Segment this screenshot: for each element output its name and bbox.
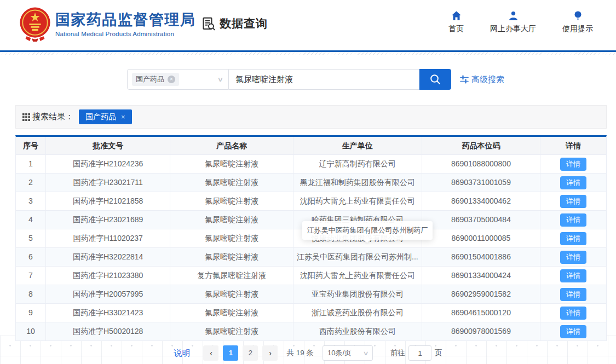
advanced-search-label: 高级搜索 xyxy=(471,74,504,85)
result-filter-tag[interactable]: 国产药品 × xyxy=(79,109,132,124)
total-count: 共 19 条 xyxy=(286,348,314,358)
manufacturer-name: 沈阳药大雷允上药业有限责任公司 xyxy=(293,192,422,211)
page-size-select[interactable]: 10条/页 ∨ xyxy=(323,345,373,361)
product-name: 氟尿嘧啶注射液 xyxy=(170,174,293,192)
approval-number: 国药准字H21024236 xyxy=(46,155,171,174)
col-header-detail: 详情 xyxy=(540,137,606,155)
detail-cell: 详情 xyxy=(540,229,606,248)
product-name: 氟尿嘧啶注射液 xyxy=(170,155,293,174)
detail-button[interactable]: 详情 xyxy=(560,213,586,227)
row-index: 1 xyxy=(16,155,46,174)
row-index: 3 xyxy=(16,192,46,211)
goto-page: 前往 页 xyxy=(390,345,442,361)
page-button-1[interactable]: 1 xyxy=(223,345,238,361)
col-header-drug-code: 药品本位码 xyxy=(422,137,541,155)
prev-page-button[interactable]: ‹ xyxy=(203,345,218,361)
detail-button[interactable]: 详情 xyxy=(560,307,586,320)
manufacturer-name: 沈阳药大雷允上药业有限责任公司 xyxy=(293,267,422,285)
manufacturer-name: 浙江诚意药业股份有限公司 xyxy=(293,304,422,322)
approval-number: 国药准字H32022814 xyxy=(46,248,171,267)
top-nav: 首页 网上办事大厅 使用提示 xyxy=(448,11,593,34)
bulb-icon xyxy=(573,11,583,21)
detail-button[interactable]: 详情 xyxy=(560,288,586,301)
detail-button[interactable]: 详情 xyxy=(560,325,586,338)
detail-cell: 详情 xyxy=(540,285,606,304)
nav-item-home[interactable]: 首页 xyxy=(448,11,464,34)
manufacturer-tooltip: 江苏吴中医药集团有限公司苏州制药厂 xyxy=(302,221,433,240)
nav-item-label: 使用提示 xyxy=(562,24,593,34)
nav-item-usage-tips[interactable]: 使用提示 xyxy=(562,11,593,34)
row-index: 2 xyxy=(16,174,46,192)
row-index: 6 xyxy=(16,248,46,267)
hatch-strip xyxy=(0,52,616,55)
product-name: 氟尿嘧啶注射液 xyxy=(170,211,293,229)
approval-number: 国药准字H20057995 xyxy=(46,285,171,304)
chevron-down-icon: ∨ xyxy=(217,76,223,83)
product-name: 氟尿嘧啶注射液 xyxy=(170,229,293,248)
row-index: 8 xyxy=(16,285,46,304)
nav-item-label: 网上办事大厅 xyxy=(490,24,536,34)
goto-page-input[interactable] xyxy=(408,345,431,361)
drug-code: 86900011000085 xyxy=(422,229,541,248)
detail-button[interactable]: 详情 xyxy=(560,232,586,245)
results-bar: 搜索结果： 国产药品 × xyxy=(15,105,607,129)
search-input[interactable] xyxy=(229,69,419,90)
detail-button[interactable]: 详情 xyxy=(560,269,586,282)
next-page-button[interactable]: › xyxy=(262,345,278,361)
col-header-manufacturer: 生产单位 xyxy=(293,137,422,155)
table-row: 6国药准字H32022814氟尿嘧啶注射液江苏吴中医药集团有限公司苏州制...8… xyxy=(16,248,606,267)
result-tag-close-icon[interactable]: × xyxy=(121,113,125,121)
detail-button[interactable]: 详情 xyxy=(560,195,586,208)
app-title: 数据查询 xyxy=(202,16,268,31)
goto-label: 前往 xyxy=(390,348,405,358)
nav-item-service-hall[interactable]: 网上办事大厅 xyxy=(490,11,536,34)
approval-number: 国药准字H21023380 xyxy=(46,267,171,285)
results-label: 搜索结果： xyxy=(22,112,73,122)
approval-number: 国药准字H11020237 xyxy=(46,229,171,248)
product-name: 复方氟尿嘧啶注射液 xyxy=(170,267,293,285)
advanced-search-link[interactable]: 高级搜索 xyxy=(460,74,504,85)
data-query-icon xyxy=(202,16,216,31)
detail-cell: 详情 xyxy=(540,248,606,267)
approval-number: 国药准字H23021711 xyxy=(46,174,171,192)
org-name-zh: 国家药品监督管理局 xyxy=(55,11,196,28)
detail-button[interactable]: 详情 xyxy=(560,176,586,189)
approval-number: 国药准字H33021423 xyxy=(46,304,171,322)
org-name-en: National Medical Products Administration xyxy=(55,31,196,37)
approval-number: 国药准字H50020128 xyxy=(46,322,171,341)
drug-code: 86902959001582 xyxy=(422,285,541,304)
search-button[interactable] xyxy=(419,69,451,90)
tooltip-text: 江苏吴中医药集团有限公司苏州制药厂 xyxy=(307,226,428,234)
category-tag-label: 国产药品 xyxy=(136,74,164,84)
product-name: 氟尿嘧啶注射液 xyxy=(170,192,293,211)
drug-code: 86903731001059 xyxy=(422,174,541,192)
product-name: 氟尿嘧啶注射液 xyxy=(170,285,293,304)
table-row: 2国药准字H23021711氟尿嘧啶注射液黑龙江福和制药集团股份有限公司8690… xyxy=(16,174,606,192)
row-index: 5 xyxy=(16,229,46,248)
pagination: 说明 ‹ 1 2 › 共 19 条 10条/页 ∨ 前往 页 xyxy=(0,345,616,361)
drug-code: 86901088000800 xyxy=(422,155,541,174)
drug-code: 86901334000424 xyxy=(422,267,541,285)
chevron-down-icon: ∨ xyxy=(362,350,369,357)
table-row: 7国药准字H21023380复方氟尿嘧啶注射液沈阳药大雷允上药业有限责任公司86… xyxy=(16,267,606,285)
page-button-2[interactable]: 2 xyxy=(243,345,258,361)
manufacturer-name: 亚宝药业集团股份有限公司 xyxy=(293,285,422,304)
row-index: 10 xyxy=(16,322,46,341)
category-select[interactable]: 国产药品 × ∨ xyxy=(127,69,229,90)
org-title-block: 国家药品监督管理局 National Medical Products Admi… xyxy=(55,11,196,37)
col-header-index: 序号 xyxy=(16,137,46,155)
detail-cell: 详情 xyxy=(540,192,606,211)
table-header-row: 序号 批准文号 产品名称 生产单位 药品本位码 详情 xyxy=(16,137,606,155)
table-body: 1国药准字H21024236氟尿嘧啶注射液辽宁新高制药有限公司869010880… xyxy=(16,155,606,341)
note-link[interactable]: 说明 xyxy=(174,348,190,359)
nmpa-emblem-logo xyxy=(19,7,51,42)
user-icon xyxy=(508,11,519,21)
category-tag: 国产药品 × xyxy=(132,73,179,86)
product-name: 氟尿嘧啶注射液 xyxy=(170,322,293,341)
drug-code: 86904615000120 xyxy=(422,304,541,322)
detail-button[interactable]: 详情 xyxy=(560,158,586,171)
category-tag-close-icon[interactable]: × xyxy=(168,76,175,83)
detail-button[interactable]: 详情 xyxy=(560,251,586,264)
result-filter-tag-label: 国产药品 xyxy=(85,112,116,122)
manufacturer-name: 黑龙江福和制药集团股份有限公司 xyxy=(293,174,422,192)
